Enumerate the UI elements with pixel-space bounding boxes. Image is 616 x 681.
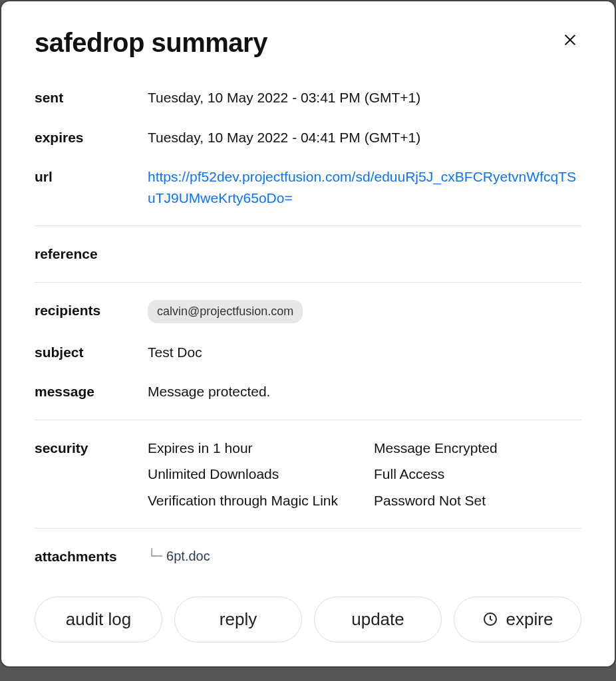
update-label: update <box>351 609 404 630</box>
security-label: security <box>35 438 148 459</box>
url-link[interactable]: https://pf52dev.projectfusion.com/sd/edu… <box>148 169 576 205</box>
security-item: Unlimited Downloads <box>148 464 361 485</box>
recipient-chip[interactable]: calvin@projectfusion.com <box>148 300 303 323</box>
tree-branch-icon: └─ <box>148 546 161 566</box>
subject-label: subject <box>35 342 148 363</box>
url-label: url <box>35 166 148 188</box>
attachments-label: attachments <box>35 546 148 567</box>
sent-value: Tuesday, 10 May 2022 - 03:41 PM (GMT+1) <box>148 87 581 108</box>
reply-button[interactable]: reply <box>174 597 302 642</box>
update-button[interactable]: update <box>314 597 442 642</box>
attachment-name[interactable]: 6pt.doc <box>166 546 210 566</box>
modal-title: safedrop summary <box>35 28 267 58</box>
subject-value: Test Doc <box>148 342 581 363</box>
url-value: https://pf52dev.projectfusion.com/sd/edu… <box>148 166 581 208</box>
expires-label: expires <box>35 127 148 148</box>
divider <box>35 528 581 529</box>
recipients-label: recipients <box>35 300 148 321</box>
expire-button[interactable]: expire <box>454 597 581 642</box>
reply-label: reply <box>220 609 257 630</box>
message-label: message <box>35 381 148 402</box>
attachments-value: └─ 6pt.doc <box>148 546 581 566</box>
audit-log-label: audit log <box>66 609 131 630</box>
sent-label: sent <box>35 87 148 108</box>
action-bar: audit log reply update expire <box>35 597 581 642</box>
divider <box>35 282 581 283</box>
divider <box>35 420 581 420</box>
close-button[interactable] <box>559 28 581 55</box>
security-item: Expires in 1 hour <box>148 438 361 459</box>
security-value: Expires in 1 hour Message Encrypted Unli… <box>148 438 581 511</box>
security-item: Verification through Magic Link <box>148 490 361 511</box>
audit-log-button[interactable]: audit log <box>35 597 162 642</box>
expires-value: Tuesday, 10 May 2022 - 04:41 PM (GMT+1) <box>148 127 581 148</box>
security-item: Message Encrypted <box>374 438 581 459</box>
expire-label: expire <box>506 609 553 630</box>
close-icon <box>563 33 577 47</box>
recipients-value: calvin@projectfusion.com <box>148 300 581 323</box>
security-item: Password Not Set <box>374 490 581 511</box>
security-item: Full Access <box>374 464 581 485</box>
safedrop-summary-modal: safedrop summary sent Tuesday, 10 May 20… <box>0 0 616 668</box>
divider <box>35 225 581 226</box>
reference-label: reference <box>35 243 148 265</box>
clock-icon <box>482 611 498 627</box>
message-value: Message protected. <box>148 381 581 402</box>
